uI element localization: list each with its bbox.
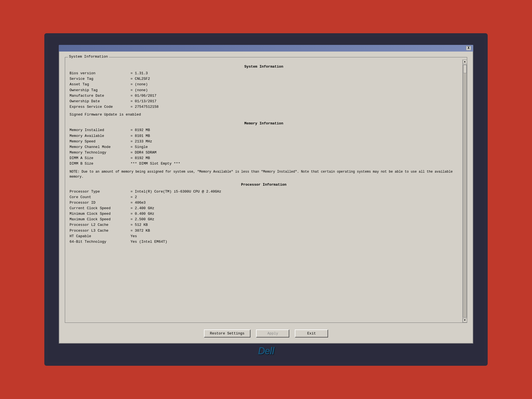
row-label: DIMM B Size (70, 161, 131, 167)
table-row: Processor L2 Cache= 512 KB (70, 222, 458, 228)
row-label: Manufacture Date (70, 93, 131, 99)
row-label: DIMM A Size (70, 155, 131, 161)
row-value: = 8192 MB (131, 155, 150, 161)
scrollable-area: System Information Bios version= 1.31.3S… (65, 60, 467, 323)
row-label: Service Tag (70, 76, 131, 82)
table-row: Maximum Clock Speed= 2.500 GHz (70, 217, 458, 222)
row-value: = 2.500 GHz (131, 217, 154, 222)
row-label: Processor Type (70, 189, 131, 195)
bottom-buttons: Restore Settings Apply Exit (65, 327, 467, 337)
row-value: = 01/13/2017 (131, 99, 157, 104)
scroll-up-button[interactable]: ▲ (463, 60, 467, 64)
row-label: Processor L2 Cache (70, 222, 131, 228)
row-value: Yes (131, 234, 137, 239)
row-value: = 8101 MB (131, 133, 150, 139)
row-label: Ownership Tag (70, 88, 131, 93)
table-row: Manufacture Date= 01/06/2017 (70, 93, 458, 99)
row-value: = Single (131, 144, 148, 150)
table-row: Core Count= 2 (70, 195, 458, 200)
row-label: Memory Technology (70, 150, 131, 155)
row-value: = 01/06/2017 (131, 93, 157, 99)
table-row: Asset Tag= (none) (70, 82, 458, 87)
table-row: Processor L3 Cache= 3072 KB (70, 228, 458, 234)
exit-button[interactable]: Exit (295, 329, 328, 337)
scrollbar-thumb-area (463, 65, 467, 318)
memory-note: NOTE: Due to an amount of memory being a… (70, 169, 458, 179)
row-value: = 3072 KB (131, 228, 150, 234)
row-value: = CNL2SF2 (131, 76, 150, 82)
row-value: = 1.31.3 (131, 71, 148, 76)
table-row: Current Clock Speed= 2.400 GHz (70, 206, 458, 211)
table-row: Service Tag= CNL2SF2 (70, 76, 458, 82)
system-info-table: Bios version= 1.31.3Service Tag= CNL2SF2… (70, 71, 458, 110)
row-value: Yes (Intel EM64T) (131, 239, 167, 245)
row-label: Processor ID (70, 200, 131, 206)
processor-info-title: Processor Information (70, 182, 458, 188)
system-info-title: System Information (70, 64, 458, 70)
row-label: 64-Bit Technology (70, 239, 131, 245)
row-value: = 8192 MB (131, 127, 150, 133)
row-label: Asset Tag (70, 82, 131, 87)
monitor-screen: X System Information System Information … (48, 37, 484, 362)
scroll-down-button[interactable]: ▼ (463, 318, 467, 323)
processor-info-table: Processor Type= Intel(R) Core(TM) i5-630… (70, 189, 458, 245)
table-row: Processor ID= 406e3 (70, 200, 458, 206)
row-label: Express Service Code (70, 104, 131, 110)
table-row: Express Service Code= 27547512158 (70, 104, 458, 110)
dialog-container: System Information System Information Bi… (59, 52, 473, 344)
row-value: = DDR4 SDRAM (131, 150, 157, 155)
row-label: Memory Channel Mode (70, 144, 131, 150)
row-label: Memory Installed (70, 127, 131, 133)
row-label: Core Count (70, 195, 131, 200)
row-label: Bios version (70, 71, 131, 76)
row-label: Memory Speed (70, 139, 131, 144)
table-row: HT CapableYes (70, 234, 458, 239)
dell-logo: Dell (258, 345, 274, 357)
table-row: DIMM B Size*** DIMM Slot Empty *** (70, 161, 458, 167)
row-value: = (none) (131, 88, 148, 93)
row-value: = 2.400 GHz (131, 206, 154, 211)
row-value: = 406e3 (131, 200, 146, 206)
scrollbar-track[interactable]: ▲ ▼ (462, 60, 467, 323)
row-value: = 2 (131, 195, 137, 200)
row-label: Maximum Clock Speed (70, 217, 131, 222)
monitor-frame: X System Information System Information … (44, 33, 488, 366)
row-value: *** DIMM Slot Empty *** (131, 161, 180, 167)
close-button[interactable]: X (466, 46, 471, 50)
row-value: = 27547512158 (131, 104, 158, 110)
row-value: = 512 KB (131, 222, 148, 228)
table-row: Ownership Date= 01/13/2017 (70, 99, 458, 104)
apply-button[interactable]: Apply (256, 329, 289, 337)
table-row: Memory Installed= 8192 MB (70, 127, 458, 133)
restore-settings-button[interactable]: Restore Settings (204, 329, 251, 337)
row-label: Memory Available (70, 133, 131, 139)
row-label: Minimum Clock Speed (70, 211, 131, 217)
row-label: HT Capable (70, 234, 131, 239)
table-row: 64-Bit TechnologyYes (Intel EM64T) (70, 239, 458, 245)
title-bar: X (59, 45, 473, 52)
row-value: = Intel(R) Core(TM) i5-6300U CPU @ 2.40G… (131, 189, 221, 195)
table-row: Memory Available= 8101 MB (70, 133, 458, 139)
group-legend: System Information (68, 55, 109, 59)
table-row: Ownership Tag= (none) (70, 88, 458, 93)
row-label: Current Clock Speed (70, 206, 131, 211)
scrollbar-thumb[interactable] (463, 65, 467, 73)
table-row: Bios version= 1.31.3 (70, 71, 458, 76)
table-row: Minimum Clock Speed= 0.400 GHz (70, 211, 458, 217)
row-value: = 2133 MHz (131, 139, 152, 144)
signed-firmware-text: Signed Firmware Update is enabled (70, 112, 458, 117)
system-info-group: System Information System Information Bi… (65, 57, 467, 323)
table-row: Memory Channel Mode= Single (70, 144, 458, 150)
table-row: Processor Type= Intel(R) Core(TM) i5-630… (70, 189, 458, 195)
table-row: DIMM A Size= 8192 MB (70, 155, 458, 161)
row-value: = 0.400 GHz (131, 211, 154, 217)
row-label: Ownership Date (70, 99, 131, 104)
row-value: = (none) (131, 82, 148, 87)
memory-info-title: Memory Information (70, 121, 458, 126)
row-label: Processor L3 Cache (70, 228, 131, 234)
table-row: Memory Technology= DDR4 SDRAM (70, 150, 458, 155)
table-row: Memory Speed= 2133 MHz (70, 139, 458, 144)
scroll-content: System Information Bios version= 1.31.3S… (65, 60, 462, 323)
memory-info-table: Memory Installed= 8192 MBMemory Availabl… (70, 127, 458, 167)
